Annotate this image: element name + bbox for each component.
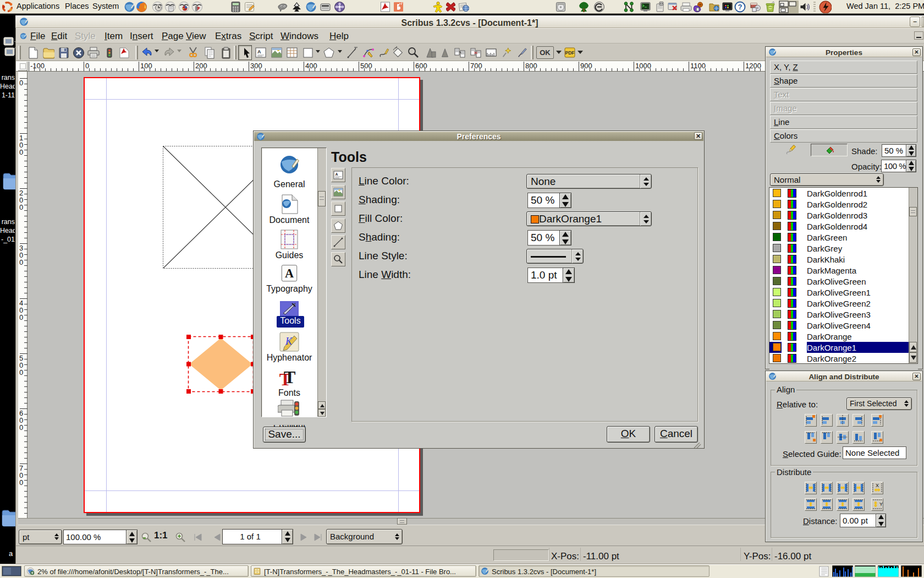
svg-text:K: K <box>285 336 293 347</box>
svg-text:Y: Y <box>879 501 883 507</box>
svg-text:PDF: PDF <box>565 50 575 56</box>
svg-text:A: A <box>285 266 294 280</box>
svg-text:?: ? <box>738 3 743 11</box>
svg-text:A: A <box>257 49 261 54</box>
svg-text:X: X <box>876 483 879 488</box>
svg-text:A: A <box>336 172 338 176</box>
svg-text:T: T <box>284 367 296 387</box>
